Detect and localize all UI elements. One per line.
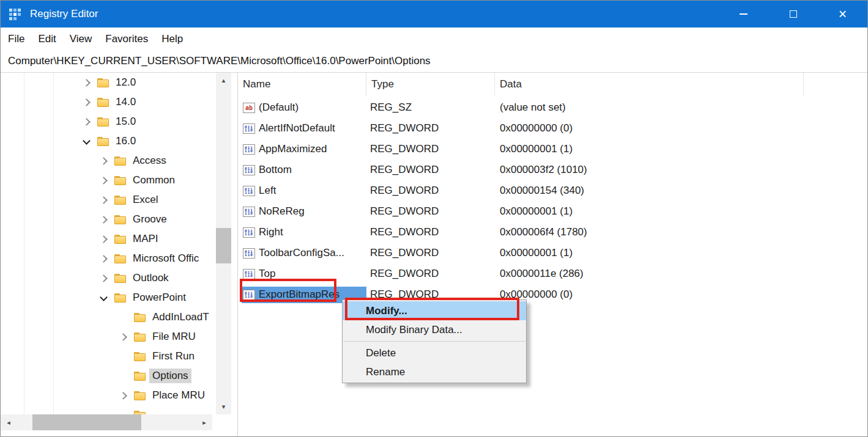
registry-value-row[interactable]: ab 011 110 NoReReg REG_DWORD 0x00000001 … [238, 201, 867, 222]
tree-item[interactable]: Microsoft Offic [1, 249, 237, 268]
minimize-button[interactable] [719, 1, 768, 28]
chevron-icon[interactable] [80, 116, 97, 128]
tree-item[interactable]: 15.0 [1, 112, 237, 131]
registry-value-row[interactable]: ab 011 110 Bottom REG_DWORD 0x000003f2 (… [238, 160, 867, 180]
chevron-icon[interactable] [117, 409, 134, 414]
chevron-icon[interactable] [97, 252, 114, 265]
menu-item[interactable]: Edit [31, 28, 62, 50]
registry-value-row[interactable]: ab 011 110 ExportBitmapRes REG_DWORD 0x0… [238, 284, 867, 305]
column-header[interactable]: Data [495, 73, 804, 96]
context-menu-item[interactable]: Rename [343, 362, 526, 381]
value-data: 0x000006f4 (1780) [495, 226, 867, 238]
chevron-icon[interactable] [80, 96, 97, 108]
value-name-inner: ab 011 110 Left [242, 183, 366, 199]
scroll-right-icon[interactable]: ▸ [196, 414, 212, 430]
value-type: REG_DWORD [366, 288, 495, 301]
registry-editor-window: Registry Editor × File Edit View [0, 0, 868, 437]
folder-icon [134, 391, 146, 400]
registry-value-row[interactable]: ab 011 110 Left REG_DWORD 0x00000154 (34… [238, 180, 867, 201]
value-name-inner: ab 011 110 ToolbarConfigSa... [242, 245, 366, 262]
value-name-inner: ab 011 110 NoReReg [242, 204, 366, 220]
registry-value-row[interactable]: ab 011 110 Right REG_DWORD 0x000006f4 (1… [238, 222, 867, 243]
tree-item[interactable] [1, 405, 237, 414]
registry-value-row[interactable]: ab 011 110 AlertIfNotDefault REG_DWORD 0… [238, 118, 867, 139]
registry-value-row[interactable]: ab 011 110 (Default) REG_SZ (value not s… [238, 97, 867, 118]
chevron-icon[interactable] [117, 389, 134, 402]
registry-value-row[interactable]: ab 011 110 AppMaximized REG_DWORD 0x0000… [238, 139, 867, 160]
tree-item[interactable]: Options [1, 366, 237, 386]
context-menu-item-label: Delete [366, 347, 396, 359]
value-name-cell: ab 011 110 NoReReg [238, 201, 366, 222]
horizontal-scrollbar-thumb[interactable] [32, 414, 141, 430]
tree-item-label: Place MRU [149, 388, 208, 403]
tree-viewport: 12.0 14.0 15.0 [1, 73, 237, 414]
list-header: Name Type Data [238, 73, 867, 96]
dword-value-icon: 011 110 [243, 165, 255, 175]
tree-item[interactable]: Groove [1, 210, 237, 229]
menu-item[interactable]: File [8, 28, 31, 50]
value-type: REG_DWORD [366, 143, 495, 155]
chevron-icon[interactable] [97, 213, 114, 226]
folder-icon [134, 352, 146, 361]
tree-item[interactable]: AddInLoadT [1, 307, 237, 327]
tree-item-label: 14.0 [113, 95, 139, 109]
tree-horizontal-scrollbar[interactable]: ◂ ▸ [1, 414, 212, 430]
chevron-icon[interactable] [97, 292, 114, 304]
chevron-icon[interactable] [97, 233, 114, 245]
address-bar[interactable]: Computer\HKEY_CURRENT_USER\SOFTWARE\Micr… [1, 50, 867, 73]
tree-item[interactable]: Excel [1, 190, 237, 210]
chevron-icon[interactable] [117, 311, 134, 323]
chevron-icon[interactable] [97, 155, 114, 167]
tree-item-label: MAPI [130, 232, 161, 246]
scroll-up-icon[interactable]: ▴ [216, 73, 231, 88]
menu-item[interactable]: Help [155, 28, 190, 50]
tree-item[interactable]: MAPI [1, 229, 237, 249]
tree-item-label: Excel [130, 193, 161, 207]
column-header[interactable]: Name [238, 73, 366, 96]
value-type: REG_DWORD [366, 205, 495, 218]
chevron-icon[interactable] [117, 370, 134, 382]
folder-icon [97, 78, 109, 87]
close-button[interactable]: × [818, 1, 867, 28]
scroll-down-icon[interactable]: ▾ [216, 399, 231, 414]
context-menu-item[interactable]: Modify... [343, 301, 526, 320]
tree-item-label: Common [130, 173, 178, 188]
context-menu-item[interactable]: Modify Binary Data... [343, 320, 526, 339]
column-header[interactable]: Type [366, 73, 495, 96]
scroll-left-icon[interactable]: ◂ [1, 414, 17, 430]
tree-item[interactable]: File MRU [1, 327, 237, 347]
tree-vertical-scrollbar[interactable]: ▴ ▾ [216, 73, 231, 414]
tree-item-label: PowerPoint [130, 290, 189, 305]
tree-item[interactable]: First Run [1, 347, 237, 366]
value-type: REG_DWORD [366, 185, 495, 197]
chevron-icon[interactable] [97, 174, 114, 186]
registry-value-row[interactable]: ab 011 110 Top REG_DWORD 0x0000011e (286… [238, 263, 867, 284]
folder-icon [114, 215, 126, 224]
vertical-scrollbar-thumb[interactable] [216, 228, 231, 263]
menu-item[interactable]: Favorites [98, 28, 155, 50]
menu-item[interactable]: View [63, 28, 99, 50]
tree-item[interactable]: Place MRU [1, 386, 237, 405]
dword-value-icon: 011 110 [243, 227, 255, 238]
registry-value-row[interactable]: ab 011 110 ToolbarConfigSa... REG_DWORD … [238, 243, 867, 263]
tree-item[interactable]: Access [1, 151, 237, 171]
context-menu-item[interactable]: Delete [343, 343, 526, 362]
tree-item[interactable]: Common [1, 171, 237, 190]
title-bar: Registry Editor × [1, 1, 867, 28]
chevron-icon[interactable] [80, 76, 97, 89]
chevron-icon[interactable] [117, 350, 134, 362]
maximize-button[interactable] [768, 1, 818, 28]
dword-value-icon: 011 110 [243, 123, 255, 134]
tree-item[interactable]: Outlook [1, 268, 237, 288]
chevron-icon[interactable] [117, 331, 134, 343]
tree-item[interactable]: 14.0 [1, 92, 237, 112]
tree-item-label: Groove [130, 212, 170, 227]
tree-item[interactable]: 12.0 [1, 73, 237, 92]
value-name-inner: ab 011 110 Right [242, 224, 366, 241]
value-rows: ab 011 110 (Default) REG_SZ (value not s… [238, 97, 867, 305]
tree-item[interactable]: 16.0 [1, 131, 237, 151]
chevron-icon[interactable] [80, 135, 97, 147]
chevron-icon[interactable] [97, 194, 114, 206]
chevron-icon[interactable] [97, 272, 114, 284]
tree-item[interactable]: PowerPoint [1, 288, 237, 307]
